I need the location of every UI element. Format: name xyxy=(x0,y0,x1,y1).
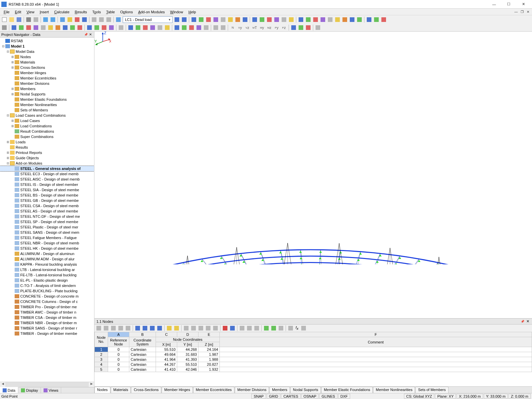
gtb-a3[interactable] xyxy=(117,325,124,332)
tree-item[interactable]: Member Elastic Foundations xyxy=(0,97,94,102)
flag-icon[interactable] xyxy=(74,16,80,23)
grid-tab[interactable]: Member Divisions xyxy=(235,387,269,393)
status-toggle[interactable]: GRID xyxy=(267,394,281,399)
tb-e-6[interactable] xyxy=(55,24,61,31)
zoom-icon[interactable] xyxy=(59,16,66,23)
tb-e-5[interactable] xyxy=(47,24,54,31)
tb-d-0[interactable] xyxy=(366,16,372,23)
tool-a[interactable] xyxy=(1,24,8,31)
tb-i-2[interactable] xyxy=(188,24,195,31)
gtb-d0[interactable] xyxy=(183,325,190,332)
tree-item[interactable]: STEEL IS - Design of steel member xyxy=(0,182,94,187)
grid-tab[interactable]: Member Nonlinearities xyxy=(373,387,415,393)
tb-a-2[interactable] xyxy=(205,16,212,23)
gtb-d2[interactable] xyxy=(198,325,204,332)
next-lc-icon[interactable] xyxy=(181,16,188,23)
grid-icon[interactable] xyxy=(91,16,97,23)
redo-icon[interactable] xyxy=(50,16,56,23)
table-row[interactable]: 4 0 Cartesian 44.26755.51020.827 xyxy=(95,362,532,367)
save-icon[interactable] xyxy=(16,16,22,23)
tree-item[interactable]: TIMBER NBR - Design of timber m xyxy=(0,320,94,326)
close-button[interactable]: ✕ xyxy=(516,0,531,9)
find-icon[interactable] xyxy=(115,16,122,23)
tb-e-1[interactable] xyxy=(18,24,25,31)
navigator-close-icon[interactable]: ✕ xyxy=(88,32,93,37)
tb-c-7[interactable] xyxy=(349,16,355,23)
menu-window[interactable]: Window xyxy=(168,9,186,15)
navigator-tree[interactable]: RSTAB ⊟Model 1 ⊟Model Data ⊞Nodes ⊞Mater… xyxy=(0,38,94,382)
tb-d-2[interactable] xyxy=(380,16,387,23)
tree-item[interactable]: TIMBER SANS - Design of timber r xyxy=(0,326,94,331)
menu-calculate[interactable]: Calculate xyxy=(52,9,72,15)
bulb-icon[interactable] xyxy=(66,16,73,23)
tree-item[interactable]: STEEL AS - Design of steel membe xyxy=(0,208,94,214)
mdi-minimize-icon[interactable]: — xyxy=(513,9,519,15)
tree-item[interactable]: STEEL Fatigue Members - Fatigue xyxy=(0,235,94,240)
tree-item[interactable]: Super Combinations xyxy=(0,134,94,139)
vy-label-icon[interactable]: Vy xyxy=(237,24,243,31)
nav-tab-display[interactable]: Display xyxy=(18,387,41,393)
info-icon[interactable] xyxy=(81,16,88,23)
gtb-g2[interactable] xyxy=(278,325,284,332)
tb-e-9[interactable] xyxy=(76,24,83,31)
table-row[interactable]: 3 0 Cartesian 41.96441.3931.988 xyxy=(95,357,532,362)
tb-i-1[interactable] xyxy=(181,24,188,31)
table-row[interactable]: 1 0 Cartesian 55.51044.26824.164 xyxy=(95,347,532,352)
gtb-g1[interactable] xyxy=(270,325,277,332)
tree-item[interactable]: Member Nonlinearities xyxy=(0,102,94,107)
tree-item[interactable]: STEEL - General stress analysis of xyxy=(0,166,94,171)
gtb-d4[interactable] xyxy=(212,325,219,332)
tb-h-5[interactable] xyxy=(164,24,171,31)
nav-tab-data[interactable]: Data xyxy=(0,387,18,393)
tree-item[interactable]: ⊟Add-on Modules xyxy=(0,161,94,166)
tree-item[interactable]: ⊟Model 1 xyxy=(0,44,94,49)
tb-h-3[interactable] xyxy=(149,24,156,31)
gtb-e1[interactable] xyxy=(229,325,236,332)
tb-e-3[interactable] xyxy=(33,24,39,31)
tb-c-8[interactable] xyxy=(356,16,363,23)
menu-options[interactable]: Options xyxy=(117,9,135,15)
tree-item[interactable]: Member Divisions xyxy=(0,81,94,86)
maximize-button[interactable]: ☐ xyxy=(501,0,516,9)
gtb-e0[interactable] xyxy=(222,325,228,332)
gtb-a4[interactable] xyxy=(125,325,131,332)
grid-tab[interactable]: Members xyxy=(269,387,290,393)
grid-tab[interactable]: Nodal Supports xyxy=(290,387,321,393)
status-toggle[interactable]: OSNAP xyxy=(301,394,319,399)
tb-e-0[interactable] xyxy=(11,24,17,31)
mdi-restore-icon[interactable]: ❐ xyxy=(519,9,525,15)
tb-c-0[interactable] xyxy=(298,16,304,23)
grid-tab[interactable]: Member Eccentricities xyxy=(193,387,234,393)
tb-e-7[interactable] xyxy=(62,24,68,31)
tb-a-0[interactable] xyxy=(191,16,197,23)
status-toggle[interactable]: SNAP xyxy=(251,394,266,399)
tb-d-1[interactable] xyxy=(373,16,380,23)
tree-item[interactable]: Result Combinations xyxy=(0,129,94,134)
tb-l-2[interactable] xyxy=(305,24,312,31)
tree-item[interactable]: ⊞Guide Objects xyxy=(0,155,94,161)
tree-item[interactable]: CONCRETE Columns - Design of c xyxy=(0,299,94,304)
tree-item[interactable]: CONCRETE - Design of concrete m xyxy=(0,294,94,299)
tb-i-3[interactable] xyxy=(196,24,202,31)
tb-c-5[interactable] xyxy=(334,16,341,23)
menu-edit[interactable]: Edit xyxy=(12,9,24,15)
model-viewport[interactable]: Z X Y xyxy=(94,32,532,318)
tree-item[interactable]: TIMBER Pro - Design of timber me xyxy=(0,304,94,310)
navigator-hscroll[interactable]: ◀▶ xyxy=(0,382,94,387)
gtb-a0[interactable] xyxy=(95,325,102,332)
tb-a-1[interactable] xyxy=(198,16,204,23)
tb-c-1[interactable] xyxy=(305,16,312,23)
tree-item[interactable]: STEEL SP - Design of steel membe xyxy=(0,219,94,224)
tree-item[interactable]: STEEL SIA - Design of steel membe xyxy=(0,187,94,193)
tb-f-1[interactable] xyxy=(93,24,100,31)
tb-c-3[interactable] xyxy=(320,16,326,23)
tb-h-4[interactable] xyxy=(157,24,163,31)
tree-item[interactable]: Sets of Members xyxy=(0,107,94,113)
mt-label-icon[interactable]: MT xyxy=(251,24,258,31)
tree-item[interactable]: ⊞Nodal Supports xyxy=(0,91,94,97)
tb-l-1[interactable] xyxy=(298,24,304,31)
table-row[interactable]: 2 0 Cartesian 49.66431.6831.987 xyxy=(95,352,532,357)
tb-b-0[interactable] xyxy=(251,16,258,23)
open-icon[interactable] xyxy=(8,16,15,23)
tree-item[interactable]: ALUMINUM - Design of aluminun xyxy=(0,251,94,256)
